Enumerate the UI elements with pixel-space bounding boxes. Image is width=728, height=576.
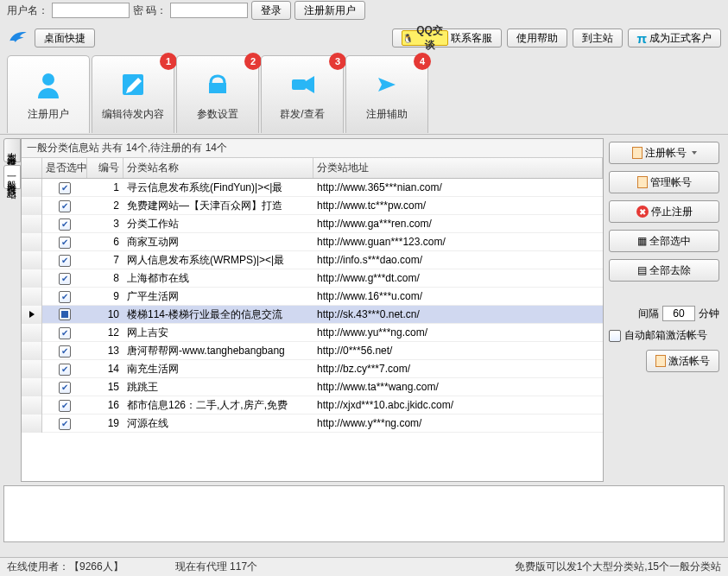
- cell-check[interactable]: [42, 363, 87, 376]
- cell-name: 跳跳王: [123, 380, 313, 395]
- cell-name: 楼梯114-楼梯行业最全的信息交流: [123, 307, 313, 322]
- cell-check[interactable]: [42, 199, 87, 212]
- checkbox[interactable]: [59, 291, 71, 303]
- nav-tab-icon: [285, 67, 320, 102]
- manage-account-button[interactable]: 管理帐号: [609, 171, 719, 193]
- checkbox[interactable]: [59, 327, 71, 339]
- cell-check[interactable]: [42, 290, 87, 303]
- svg-rect-2: [209, 83, 226, 93]
- nav-tab-3[interactable]: 3群发/查看: [261, 55, 344, 133]
- password-input[interactable]: [170, 3, 248, 18]
- checkbox[interactable]: [59, 182, 71, 194]
- help-button[interactable]: 使用帮助: [507, 28, 567, 47]
- table-row[interactable]: 9广平生活网http://www.16***u.com/: [22, 288, 603, 306]
- table-row[interactable]: 14南充生活网http://bz.cy***7.com/: [22, 360, 603, 378]
- table-row[interactable]: 16都市信息126：二手,人才,房产,免费http://xjxd***10.ab…: [22, 396, 603, 415]
- checkbox[interactable]: [59, 345, 71, 358]
- nav-tab-4[interactable]: 4注册辅助: [345, 55, 428, 133]
- cell-check[interactable]: [42, 417, 87, 430]
- table-row[interactable]: 15跳跳王http://www.ta***wang.com/: [22, 378, 603, 396]
- row-indicator: [22, 197, 42, 215]
- interval-input[interactable]: [662, 306, 695, 321]
- table-row[interactable]: 13唐河帮帮网-www.tanghebangbanghttp://0***56.…: [22, 342, 603, 360]
- table-row[interactable]: 19河源在线http://www.y***ng.com/: [22, 415, 603, 433]
- checkbox[interactable]: [59, 400, 71, 412]
- to-main-button[interactable]: 到主站: [573, 28, 623, 47]
- cell-id: 2: [87, 199, 123, 212]
- checkbox[interactable]: [59, 200, 71, 212]
- cell-url: http://www.365***nian.com/: [313, 181, 603, 193]
- table-row[interactable]: 6商家互动网http://www.guan***123.com/: [22, 233, 603, 251]
- cell-url: http://info.s***dao.com/: [313, 254, 603, 266]
- stop-register-button[interactable]: ✖停止注册: [609, 200, 719, 223]
- register-user-button[interactable]: 注册新用户: [294, 1, 365, 20]
- table-row[interactable]: 1寻云信息发布系统(FindYun)|><|最http://www.365***…: [22, 179, 603, 197]
- vertical-tabs: 大型分类信息站 一般分类信息站: [3, 138, 21, 482]
- cell-url: http://0***56.net/: [313, 345, 603, 357]
- cell-check[interactable]: [42, 218, 87, 231]
- toolbar: 桌面快捷 🐧QQ交谈 联系客服 使用帮助 到主站 π 成为正式客户: [0, 21, 728, 55]
- checkbox[interactable]: [59, 364, 71, 376]
- checkbox[interactable]: [59, 218, 71, 231]
- table-row[interactable]: 10楼梯114-楼梯行业最全的信息交流http://sk.43***0.net.…: [22, 306, 603, 324]
- cell-check[interactable]: [42, 181, 87, 194]
- username-input[interactable]: [52, 3, 130, 18]
- table-row[interactable]: 8上海都市在线http://www.g***dt.com/: [22, 269, 603, 288]
- col-name-header[interactable]: 分类站名称: [123, 158, 313, 178]
- table-row[interactable]: 7网人信息发布系统(WRMPS)|><|最http://info.s***dao…: [22, 251, 603, 269]
- grid-body[interactable]: 1寻云信息发布系统(FindYun)|><|最http://www.365***…: [22, 179, 603, 481]
- cell-url: http://www.16***u.com/: [313, 290, 603, 302]
- nav-tab-2[interactable]: 2参数设置: [176, 55, 259, 133]
- vtab-large-sites[interactable]: 大型分类信息站: [3, 138, 21, 162]
- cell-name: 唐河帮帮网-www.tanghebangbang: [123, 344, 313, 358]
- table-row[interactable]: 2免费建网站—【天津百众网】打造http://www.tc***pw.com/: [22, 197, 603, 215]
- remove-all-button[interactable]: ▤全部去除: [609, 259, 719, 282]
- cell-check[interactable]: [42, 236, 87, 249]
- select-all-button[interactable]: ▦全部选中: [609, 230, 719, 252]
- become-member-button[interactable]: π 成为正式客户: [628, 28, 721, 47]
- cell-id: 13: [87, 345, 123, 357]
- cell-check[interactable]: [42, 326, 87, 339]
- cell-check[interactable]: [42, 345, 87, 358]
- col-check-header[interactable]: 是否选中: [42, 158, 87, 178]
- auto-activate-checkbox[interactable]: [609, 330, 621, 342]
- table-row[interactable]: 12网上吉安http://www.yu***ng.com/: [22, 324, 603, 342]
- cell-check[interactable]: [42, 272, 87, 285]
- register-account-button[interactable]: 注册帐号: [609, 142, 719, 164]
- table-row[interactable]: 3分类工作站http://www.ga***ren.com/: [22, 215, 603, 233]
- login-button[interactable]: 登录: [251, 1, 291, 20]
- grid: 一般分类信息站 共有 14个,待注册的有 14个 是否选中 编号 分类站名称 分…: [21, 138, 604, 482]
- checkbox[interactable]: [59, 418, 71, 430]
- cell-check[interactable]: [42, 254, 87, 267]
- nav-tab-icon: [116, 67, 150, 102]
- nav-tab-label: 注册辅助: [366, 107, 408, 122]
- cell-id: 15: [87, 381, 123, 393]
- checkbox[interactable]: [59, 273, 71, 285]
- stop-icon: ✖: [636, 206, 649, 218]
- cell-id: 7: [87, 254, 123, 266]
- col-url-header[interactable]: 分类站地址: [313, 158, 603, 178]
- checkbox[interactable]: [59, 382, 71, 394]
- col-id-header[interactable]: 编号: [87, 158, 123, 178]
- dolphin-icon: [7, 27, 29, 49]
- checkbox[interactable]: [59, 237, 71, 249]
- activate-account-button[interactable]: 激活帐号: [646, 350, 719, 372]
- password-label: 密 码：: [133, 3, 167, 18]
- checkbox[interactable]: [59, 308, 71, 320]
- checkbox[interactable]: [59, 255, 71, 267]
- cell-check[interactable]: [42, 381, 87, 394]
- status-online-users: 在线使用者：【9266人】: [7, 560, 123, 574]
- nav-tabs: 注册用户1编辑待发内容2参数设置3群发/查看4注册辅助: [0, 55, 728, 135]
- nav-tab-1[interactable]: 1编辑待发内容: [92, 55, 174, 133]
- row-indicator: [22, 215, 42, 233]
- interval-label-left: 间隔: [638, 307, 659, 321]
- qq-contact-button[interactable]: 🐧QQ交谈 联系客服: [392, 28, 502, 47]
- desktop-shortcut-button[interactable]: 桌面快捷: [35, 28, 95, 47]
- remove-all-icon: ▤: [637, 264, 647, 276]
- cell-check[interactable]: [42, 399, 87, 412]
- cell-id: 9: [87, 290, 123, 302]
- nav-tab-0[interactable]: 注册用户: [7, 55, 90, 133]
- cell-id: 19: [87, 417, 123, 429]
- cell-check[interactable]: [42, 308, 87, 320]
- vtab-normal-sites[interactable]: 一般分类信息站: [3, 165, 21, 189]
